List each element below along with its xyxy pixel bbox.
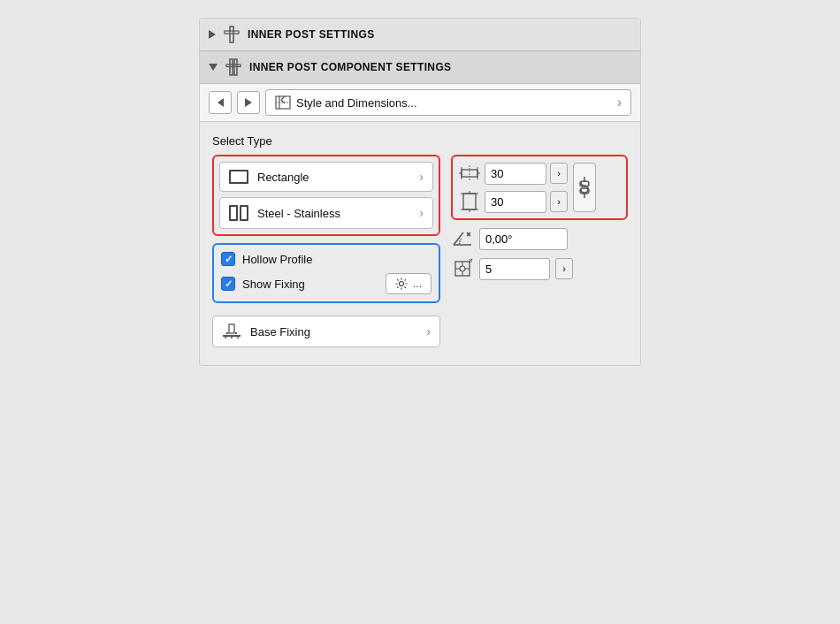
- rectangle-label: Rectangle: [257, 171, 410, 184]
- collapse-icon-1: [209, 30, 216, 39]
- offset-row: ›: [451, 257, 628, 280]
- show-fixing-row: ✓ Show Fixing ...: [221, 273, 431, 294]
- post-icon-1: [223, 26, 241, 43]
- steel-type-row[interactable]: Steel - Stainless ›: [219, 197, 433, 229]
- rectangle-type-row[interactable]: Rectangle ›: [219, 162, 433, 192]
- svg-rect-0: [230, 27, 233, 42]
- base-fixing-icon: [222, 323, 241, 339]
- type-selection-box: Rectangle › Steel - Stainless ›: [212, 155, 440, 236]
- hollow-profile-row: ✓ Hollow Profile: [221, 252, 431, 266]
- hollow-profile-label: Hollow Profile: [242, 253, 312, 266]
- height-icon: [458, 190, 481, 213]
- svg-line-33: [454, 232, 463, 245]
- angle-row: [451, 227, 628, 250]
- rectangle-icon: [229, 170, 248, 184]
- dims-inputs: ›: [458, 162, 568, 213]
- svg-rect-11: [229, 324, 234, 333]
- svg-rect-4: [226, 65, 241, 67]
- nav-next-button[interactable]: [237, 91, 260, 114]
- inner-post-settings-header[interactable]: INNER POST SETTINGS: [200, 19, 640, 51]
- svg-point-17: [235, 332, 237, 334]
- section1-title: INNER POST SETTINGS: [248, 28, 375, 41]
- height-input[interactable]: [485, 191, 546, 213]
- link-proportional-button[interactable]: [573, 163, 596, 212]
- fixing-settings-button[interactable]: ...: [386, 273, 431, 294]
- svg-rect-24: [463, 194, 476, 209]
- checkbox-box: ✓ Hollow Profile ✓ Show Fixing: [212, 243, 440, 303]
- fixing-btn-label: ...: [413, 278, 422, 290]
- collapse-icon-2: [209, 64, 218, 71]
- svg-point-38: [460, 266, 465, 271]
- angle-icon: [451, 227, 474, 250]
- base-fixing-chevron: ›: [426, 324, 431, 339]
- right-column: ›: [451, 155, 628, 280]
- width-row: ›: [458, 162, 568, 185]
- style-dimensions-nav[interactable]: Style and Dimensions... ›: [265, 89, 631, 116]
- angle-input[interactable]: [479, 228, 568, 250]
- checkmark-2: ✓: [225, 278, 233, 290]
- main-panel: INNER POST SETTINGS INNER POST COMPONENT…: [199, 18, 641, 366]
- nav-row: Style and Dimensions... ›: [200, 84, 640, 122]
- base-fixing-label: Base Fixing: [250, 325, 417, 339]
- svg-rect-1: [225, 31, 239, 34]
- width-input[interactable]: [485, 163, 546, 185]
- show-fixing-label: Show Fixing: [242, 278, 305, 291]
- svg-point-16: [226, 332, 228, 334]
- style-icon: [275, 95, 291, 110]
- inner-post-component-settings-header[interactable]: INNER POST COMPONENT SETTINGS: [200, 51, 640, 84]
- content-area: Select Type Rectangle ›: [200, 122, 640, 365]
- nav-chevron: ›: [617, 95, 622, 110]
- hollow-profile-checkbox[interactable]: ✓: [221, 252, 235, 266]
- height-row: ›: [458, 190, 568, 213]
- width-arrow-button[interactable]: ›: [550, 163, 568, 184]
- layout-row: Rectangle › Steel - Stainless ›: [212, 155, 628, 347]
- nav-label-text: Style and Dimensions...: [296, 96, 417, 110]
- nav-next-icon: [245, 98, 252, 107]
- dimension-box: ›: [451, 155, 628, 220]
- offset-icon: [451, 257, 474, 280]
- svg-line-9: [281, 100, 285, 103]
- checkmark-1: ✓: [225, 254, 233, 265]
- gear-icon: [395, 278, 408, 290]
- height-arrow-button[interactable]: ›: [550, 191, 568, 212]
- rectangle-chevron: ›: [419, 170, 424, 184]
- svg-point-10: [399, 282, 403, 286]
- steel-icon: [229, 205, 248, 221]
- steel-label: Steel - Stainless: [257, 207, 410, 220]
- left-column: Rectangle › Steel - Stainless ›: [212, 155, 440, 347]
- post-icon-2: [225, 58, 242, 76]
- offset-input[interactable]: [479, 258, 550, 280]
- offset-arrow-button[interactable]: ›: [555, 258, 573, 279]
- steel-chevron: ›: [419, 206, 424, 220]
- link-icon: [577, 173, 592, 202]
- dims-wrapper: ›: [458, 162, 621, 213]
- nav-prev-button[interactable]: [209, 91, 232, 114]
- nav-prev-icon: [218, 98, 224, 107]
- base-fixing-row[interactable]: Base Fixing ›: [212, 316, 440, 347]
- width-icon: [458, 162, 481, 185]
- show-fixing-checkbox[interactable]: ✓: [221, 277, 235, 291]
- section2-title: INNER POST COMPONENT SETTINGS: [249, 61, 451, 73]
- select-type-label: Select Type: [212, 134, 628, 148]
